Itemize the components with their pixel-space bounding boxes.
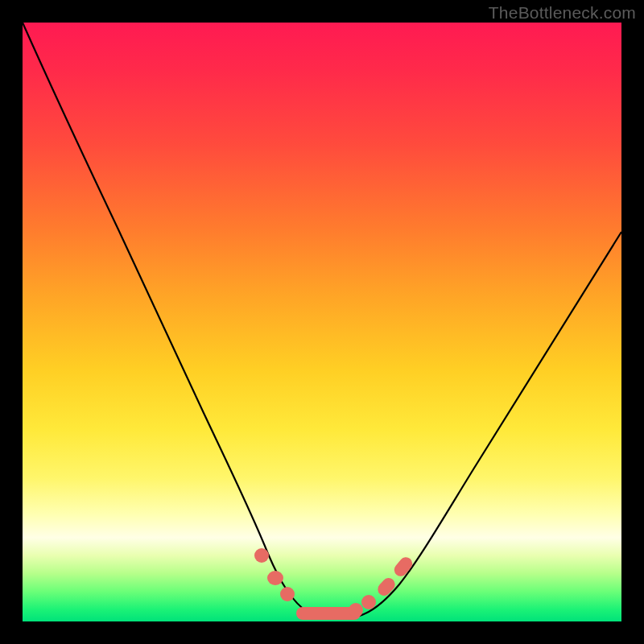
- chart-plot-area: [23, 23, 621, 621]
- marker-capsule: [375, 576, 398, 599]
- watermark-text: TheBottleneck.com: [489, 3, 636, 23]
- chart-outer-frame: TheBottleneck.com: [0, 0, 644, 644]
- marker-point: [267, 571, 283, 585]
- highlight-markers: [254, 548, 415, 620]
- marker-point: [280, 587, 295, 601]
- marker-point: [349, 603, 363, 617]
- bottleneck-curve-svg: [23, 23, 621, 621]
- marker-point: [254, 548, 269, 563]
- marker-point: [361, 595, 376, 609]
- bottleneck-curve-path: [23, 23, 621, 618]
- marker-capsule: [392, 555, 415, 579]
